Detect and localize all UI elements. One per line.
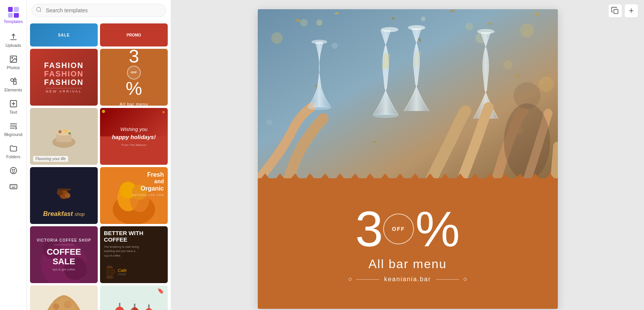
- svg-point-28: [106, 276, 113, 279]
- preview-off-circle: OFF: [383, 214, 414, 244]
- svg-point-36: [271, 32, 283, 44]
- svg-rect-34: [614, 10, 618, 14]
- divider-line-left: [356, 279, 379, 280]
- svg-point-6: [12, 169, 13, 170]
- template-card-30off[interactable]: 3 OFF % All bar menu keaniania.bar: [100, 49, 168, 106]
- sidebar-label-text: Text: [9, 110, 17, 114]
- svg-rect-30: [107, 268, 112, 275]
- divider-line-right: [436, 279, 459, 280]
- svg-point-61: [408, 25, 425, 30]
- svg-point-59: [381, 27, 398, 32]
- svg-point-31: [107, 266, 113, 268]
- template-card-organic[interactable]: Fresh and Organic NATURAL LIFE.COM: [100, 167, 168, 224]
- template-card-food[interactable]: Flavoring your life: [30, 108, 98, 165]
- search-bar: [27, 0, 171, 21]
- template-card-xmas[interactable]: Wishing you happy holidays! From The All…: [100, 108, 168, 165]
- add-page-button[interactable]: +: [624, 4, 638, 18]
- template-card-xmas-ornament[interactable]: 🔖: [100, 285, 168, 310]
- templates-panel: SALE PROMO FASHION FASHION FASHION NEW A…: [27, 0, 171, 310]
- search-input[interactable]: [32, 4, 166, 17]
- folder-icon: [9, 144, 18, 153]
- templates-panel-inner: SALE PROMO FASHION FASHION FASHION NEW A…: [27, 0, 171, 310]
- svg-point-40: [539, 76, 554, 92]
- preview-photo-section: [258, 9, 558, 178]
- svg-rect-8: [10, 185, 17, 189]
- template-grid: FASHION FASHION FASHION NEW ARRIVAL 3 OF…: [27, 46, 171, 310]
- canvas-preview[interactable]: 3 OFF % All bar menu keaniania.bar: [258, 9, 558, 309]
- preview-divider: keaniania.bar: [349, 276, 466, 283]
- preview-number: 3: [355, 204, 382, 254]
- canvas-area: +: [171, 0, 644, 310]
- search-icon: [36, 7, 42, 14]
- svg-point-33: [64, 301, 72, 308]
- template-card-croissant[interactable]: BEDTOWN BRISBIE CROISSANTLOVIN'!: [30, 285, 98, 310]
- photo-icon: [9, 55, 18, 64]
- template-card-fashion[interactable]: FASHION FASHION FASHION NEW ARRIVAL: [30, 49, 98, 106]
- svg-point-7: [14, 169, 15, 170]
- background-icon: [9, 121, 18, 131]
- svg-point-13: [58, 130, 62, 133]
- svg-point-63: [504, 103, 550, 178]
- svg-point-60: [373, 113, 399, 118]
- svg-point-44: [266, 119, 272, 126]
- template-card-coffee-sale[interactable]: VICTORIA COFFEE SHOP COFFEESALE tips to …: [30, 226, 98, 283]
- svg-point-38: [520, 23, 534, 37]
- divider-dot-left: [349, 278, 352, 281]
- sidebar: Templates Uploads Photos Element: [0, 0, 27, 310]
- sidebar-item-text[interactable]: Text: [0, 95, 27, 118]
- top-cards-row: SALE PROMO: [27, 21, 171, 46]
- svg-point-64: [514, 82, 541, 109]
- svg-point-65: [316, 20, 322, 26]
- sidebar-label-photos: Photos: [7, 65, 20, 70]
- svg-point-67: [465, 23, 473, 30]
- app-logo[interactable]: Templates: [0, 3, 27, 28]
- sidebar-item-photos[interactable]: Photos: [0, 51, 27, 73]
- keyboard-icon: [9, 182, 18, 191]
- svg-point-1: [12, 57, 13, 58]
- template-card-breakfast[interactable]: Breakfast shop: [30, 167, 98, 224]
- elements-icon: [9, 77, 18, 86]
- svg-point-39: [503, 60, 512, 70]
- svg-point-37: [300, 19, 308, 27]
- upload-icon: [9, 32, 18, 41]
- sidebar-label-elements: Elements: [5, 88, 22, 92]
- preview-off-text: OFF: [392, 226, 405, 232]
- sidebar-item-folders[interactable]: Folders: [0, 140, 27, 162]
- svg-point-18: [65, 193, 70, 198]
- preview-site: keaniania.bar: [384, 276, 431, 283]
- template-card-red-top[interactable]: PROMO: [100, 23, 168, 46]
- sidebar-item-background[interactable]: Bkground: [0, 118, 27, 140]
- duplicate-button[interactable]: [608, 4, 622, 18]
- text-icon: [9, 99, 18, 108]
- svg-point-15: [68, 132, 71, 134]
- preview-bottom-section: 3 OFF % All bar menu keaniania.bar: [258, 178, 558, 309]
- sidebar-item-uploads[interactable]: Uploads: [0, 28, 27, 51]
- sidebar-item-keyboard[interactable]: [0, 178, 27, 194]
- divider-dot-right: [464, 278, 467, 281]
- app-title: Templates: [3, 19, 23, 24]
- svg-point-9: [37, 7, 41, 12]
- svg-point-66: [421, 17, 425, 21]
- sidebar-item-emoji[interactable]: [0, 162, 27, 178]
- preview-subtitle: All bar menu: [369, 257, 447, 271]
- top-toolbar: +: [608, 4, 638, 18]
- sidebar-label-uploads: Uploads: [5, 43, 21, 48]
- svg-point-5: [10, 167, 17, 174]
- svg-rect-19: [57, 189, 70, 191]
- preview-percent: %: [415, 204, 460, 254]
- sidebar-label-background: Bkground: [4, 132, 22, 137]
- add-icon: +: [629, 6, 634, 16]
- preview-number-display: 3 OFF %: [355, 204, 460, 254]
- template-card-blue-top[interactable]: SALE: [30, 23, 98, 46]
- svg-rect-3: [13, 81, 16, 84]
- svg-point-14: [64, 129, 68, 133]
- svg-point-32: [53, 303, 59, 310]
- template-card-better-coffee[interactable]: BETTER WITHCOFFEE The tendency to start …: [100, 226, 168, 283]
- card-30off-menu: All bar menu: [120, 102, 148, 106]
- sidebar-item-elements[interactable]: Elements: [0, 73, 27, 95]
- svg-point-62: [477, 29, 494, 34]
- svg-point-58: [308, 106, 331, 110]
- svg-point-57: [312, 40, 327, 44]
- sidebar-label-folders: Folders: [6, 154, 20, 159]
- emoji-icon: [9, 166, 18, 175]
